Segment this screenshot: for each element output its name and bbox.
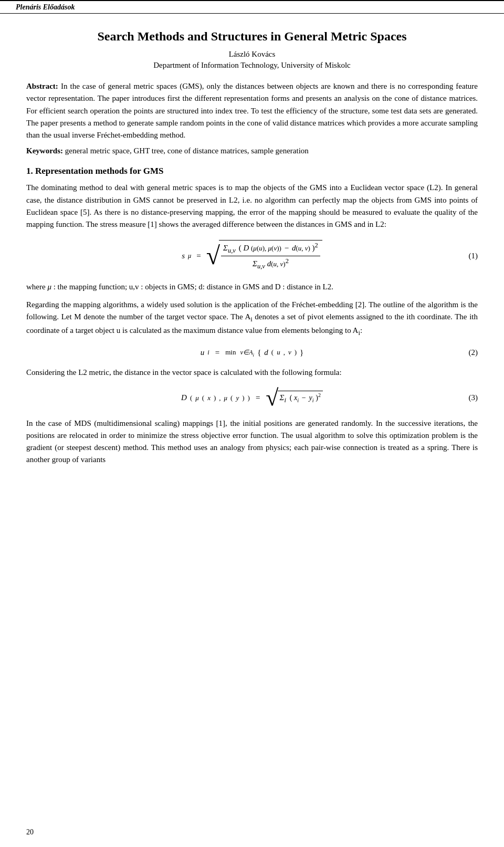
eq3-number: (3) bbox=[469, 393, 478, 402]
eq2-number: (2) bbox=[469, 348, 478, 357]
equation-3: D(μ(x), μ(y)) = √ Σi ( xi − yi )2 (3) bbox=[26, 388, 478, 407]
section1-title: 1. Representation methods for GMS bbox=[26, 166, 478, 176]
equation-1: sμ = √ Σu,v ( D (μ(u), μ(v)) − d(u, v) )… bbox=[26, 240, 478, 271]
body-paragraph-5: In the case of MDS (multidimensional sca… bbox=[26, 417, 478, 466]
keywords-text: general metric space, GHT tree, cone of … bbox=[65, 147, 309, 155]
keywords-label: Keywords: bbox=[26, 147, 63, 155]
header-bar: Plenáris Előadások bbox=[0, 0, 504, 14]
abstract-label: Abstract: bbox=[26, 82, 58, 90]
paper-title: Search Methods and Structures in General… bbox=[26, 29, 478, 44]
body-paragraph-2: where μ : the mapping function; u,v : ob… bbox=[26, 281, 478, 293]
paper-author: László Kovács bbox=[26, 50, 478, 59]
eq1-number: (1) bbox=[469, 252, 478, 260]
body-paragraph-3: Regarding the mapping algorithms, a wide… bbox=[26, 299, 478, 339]
body-paragraph-1: The dominating method to deal with gener… bbox=[26, 182, 478, 231]
keywords-block: Keywords: general metric space, GHT tree… bbox=[26, 147, 478, 155]
abstract-text: In the case of general metric spaces (GM… bbox=[26, 82, 478, 139]
page-content: Search Methods and Structures in General… bbox=[0, 14, 504, 493]
body-paragraph-4: Considering the L2 metric, the distance … bbox=[26, 367, 478, 379]
mu-symbol: μ bbox=[47, 283, 53, 291]
header-title: Plenáris Előadások bbox=[16, 3, 75, 11]
paper-affiliation: Department of Information Technology, Un… bbox=[26, 61, 478, 70]
abstract-block: Abstract: In the case of general metric … bbox=[26, 80, 478, 141]
equation-2: ui = min v∈Ai { d(u, v) } (2) bbox=[26, 348, 478, 358]
page-number: 20 bbox=[26, 828, 34, 836]
